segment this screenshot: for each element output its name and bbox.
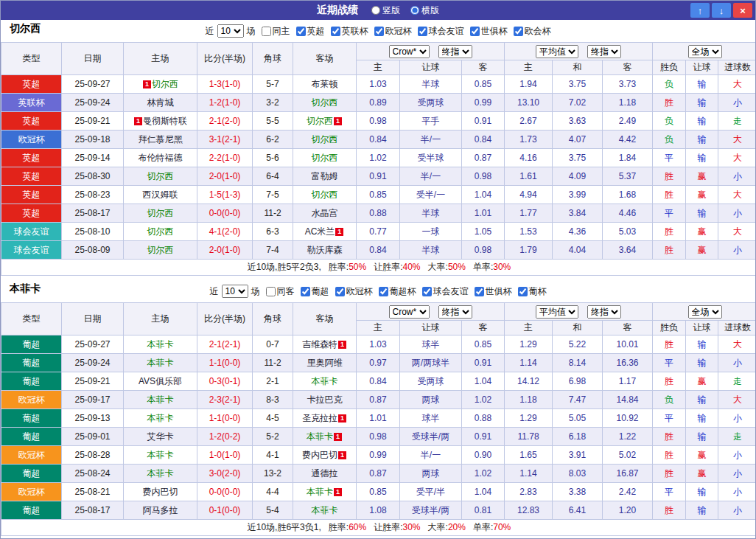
checkbox-input[interactable] xyxy=(296,27,306,36)
checkbox-input[interactable] xyxy=(518,287,528,296)
filter-checkbox[interactable]: 同客 xyxy=(260,285,295,298)
corners: 4-4 xyxy=(253,483,293,501)
handicap: 受两球 xyxy=(400,94,462,112)
corners: 5-4 xyxy=(253,501,293,520)
match-count-select[interactable]: 10 xyxy=(222,285,248,298)
result-winloss: 平 xyxy=(653,204,686,223)
checkbox-input[interactable] xyxy=(262,27,271,36)
result-goals: 小 xyxy=(718,241,756,260)
header-select[interactable]: 全场 xyxy=(688,305,722,319)
radio-input[interactable] xyxy=(410,6,419,15)
header-select[interactable]: 终指 xyxy=(587,305,621,319)
avg-draw-odds: 7.02 xyxy=(553,94,603,112)
home-team: 1切尔西 xyxy=(124,75,197,94)
filter-bar: 近 10 场 同主英超英联杯欧冠杯球会友谊世俱杯欧会杯 xyxy=(1,20,755,42)
filter-checkbox[interactable]: 球会友谊 xyxy=(416,285,469,298)
checkbox-input[interactable] xyxy=(374,27,384,36)
filter-checkbox[interactable]: 球会友谊 xyxy=(412,25,464,38)
radio-label: 横版 xyxy=(421,4,439,17)
header-select[interactable]: 平均值 xyxy=(536,305,578,319)
league-badge: 葡超 xyxy=(1,354,62,372)
avg-home-odds: 1.18 xyxy=(505,391,553,409)
checkbox-input[interactable] xyxy=(422,287,432,296)
filter-checkbox[interactable]: 欧会杯 xyxy=(508,25,551,38)
checkbox-input[interactable] xyxy=(266,287,276,296)
header-select[interactable]: 全场 xyxy=(688,45,722,58)
avg-home-odds: 4.94 xyxy=(505,186,553,204)
match-date: 25-09-18 xyxy=(62,131,124,149)
score: 1-1(0-0) xyxy=(197,354,253,372)
filter-checkbox[interactable]: 欧冠杯 xyxy=(329,285,373,298)
checkbox-input[interactable] xyxy=(335,287,345,296)
result-goals: 大 xyxy=(718,75,756,94)
result-winloss: 胜 xyxy=(653,223,686,241)
checkbox-input[interactable] xyxy=(379,287,388,296)
team-name: AVS俱乐部 xyxy=(139,376,182,386)
result-goals: 小 xyxy=(718,483,756,501)
column-header: 胜负 xyxy=(653,60,686,75)
team-name: 本菲卡 xyxy=(312,376,338,386)
filter-checkbox[interactable]: 世俱杯 xyxy=(469,285,512,298)
handicap: 受半球 xyxy=(400,149,462,167)
avg-home-odds: 1.61 xyxy=(505,167,553,186)
away-team: 本菲卡 xyxy=(293,501,357,520)
header-select[interactable]: Crow* xyxy=(389,45,430,58)
result-winloss: 平 xyxy=(653,483,686,501)
header-select[interactable]: Crow* xyxy=(389,305,430,319)
filter-checkbox[interactable]: 英联杯 xyxy=(325,25,368,38)
match-date: 25-08-28 xyxy=(62,446,124,465)
handicap: 两/两球半 xyxy=(400,354,462,372)
move-up-button[interactable]: ↑ xyxy=(690,3,710,18)
team-name: 勒沃库森 xyxy=(307,245,343,255)
header-select[interactable]: 平均值 xyxy=(536,45,578,58)
checkbox-label: 球会友谊 xyxy=(429,25,464,38)
home-odds: 0.89 xyxy=(357,94,400,112)
checkbox-input[interactable] xyxy=(301,287,310,296)
home-team: 本菲卡 xyxy=(124,446,197,465)
layout-radio-horizontal[interactable]: 横版 xyxy=(410,4,439,17)
dropdown-group: 全场 xyxy=(653,303,756,321)
team-name: 水晶宫 xyxy=(312,208,338,218)
filter-checkbox[interactable]: 葡超杯 xyxy=(373,285,416,298)
header-select[interactable]: 终指 xyxy=(438,305,472,319)
checkbox-label: 欧会杯 xyxy=(525,25,551,38)
header-select[interactable]: 终指 xyxy=(438,45,472,58)
home-odds: 0.88 xyxy=(357,204,400,223)
close-button[interactable]: × xyxy=(733,3,752,18)
move-down-button[interactable]: ↓ xyxy=(712,3,731,18)
home-team: 切尔西 xyxy=(124,204,197,223)
filter-checkbox[interactable]: 葡杯 xyxy=(512,285,547,298)
home-team: 阿马多拉 xyxy=(124,501,197,520)
team-name: 本菲卡 xyxy=(147,413,174,423)
team-name: 布伦特福德 xyxy=(139,153,183,163)
avg-home-odds: 1.73 xyxy=(505,131,553,149)
layout-radio-vertical[interactable]: 竖版 xyxy=(371,4,400,17)
column-header: 客 xyxy=(603,60,653,75)
filter-checkbox[interactable]: 英超 xyxy=(290,25,325,38)
filter-checkbox[interactable]: 葡超 xyxy=(295,285,329,298)
result-goals: 大 xyxy=(718,149,756,167)
match-count-select[interactable]: 10 xyxy=(217,24,244,38)
filter-checkbox[interactable]: 世俱杯 xyxy=(464,25,508,38)
home-odds: 1.08 xyxy=(357,501,400,520)
column-header: 主 xyxy=(357,321,400,335)
team-name: 切尔西 xyxy=(152,79,178,89)
away-team: 切尔西 xyxy=(293,149,357,167)
radio-input[interactable] xyxy=(371,6,380,15)
match-date: 25-09-14 xyxy=(62,149,124,167)
checkbox-input[interactable] xyxy=(418,27,427,36)
match-row: 欧冠杯25-08-21费内巴切0-0(0-0)4-4本菲卡10.85受平/半1.… xyxy=(1,483,756,501)
header-select[interactable]: 终指 xyxy=(587,45,621,58)
result-handicap: 输 xyxy=(686,354,718,372)
checkbox-input[interactable] xyxy=(470,27,480,36)
match-date: 25-08-21 xyxy=(62,483,124,501)
filter-checkbox[interactable]: 同主 xyxy=(256,25,290,38)
checkbox-input[interactable] xyxy=(514,27,523,36)
score: 2-1(2-1) xyxy=(197,335,253,354)
handicap: 两球 xyxy=(400,465,462,483)
filter-checkbox[interactable]: 欧冠杯 xyxy=(368,25,412,38)
checkbox-input[interactable] xyxy=(475,287,484,296)
checkbox-input[interactable] xyxy=(331,27,340,36)
home-team: 西汉姆联 xyxy=(124,186,197,204)
avg-home-odds: 1.53 xyxy=(505,223,553,241)
